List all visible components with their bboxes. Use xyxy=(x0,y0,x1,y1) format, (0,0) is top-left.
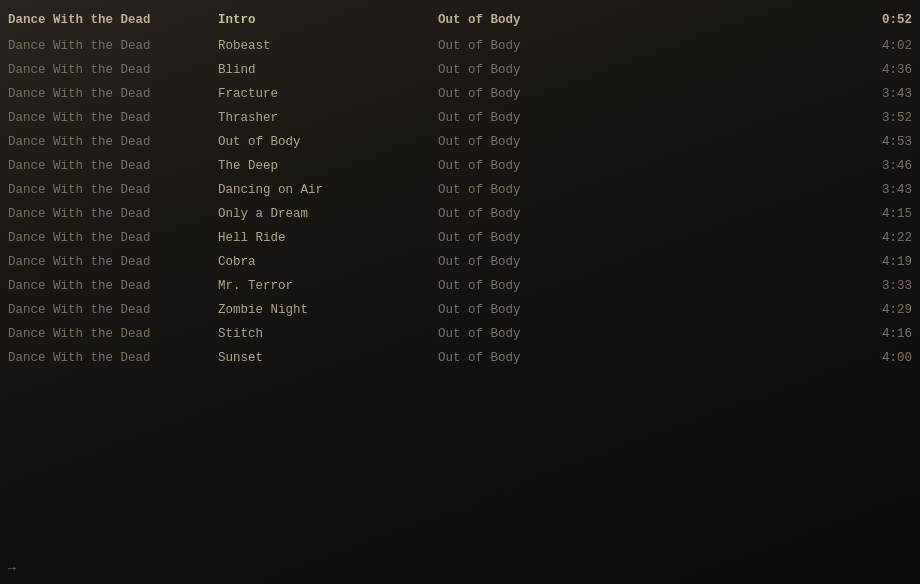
track-title: Out of Body xyxy=(218,132,438,152)
track-artist: Dance With the Dead xyxy=(8,36,218,56)
track-duration: 3:33 xyxy=(852,276,912,296)
track-title: Hell Ride xyxy=(218,228,438,248)
track-artist: Dance With the Dead xyxy=(8,300,218,320)
track-title: The Deep xyxy=(218,156,438,176)
track-title: Sunset xyxy=(218,348,438,368)
track-album: Out of Body xyxy=(438,204,852,224)
track-artist: Dance With the Dead xyxy=(8,252,218,272)
arrow-indicator: → xyxy=(8,561,16,576)
track-duration: 3:43 xyxy=(852,84,912,104)
track-artist: Dance With the Dead xyxy=(8,180,218,200)
track-artist: Dance With the Dead xyxy=(8,156,218,176)
track-artist: Dance With the Dead xyxy=(8,324,218,344)
track-album: Out of Body xyxy=(438,60,852,80)
track-duration: 4:00 xyxy=(852,348,912,368)
track-album: Out of Body xyxy=(438,324,852,344)
track-list: Dance With the Dead Intro Out of Body 0:… xyxy=(0,0,920,378)
track-artist: Dance With the Dead xyxy=(8,276,218,296)
track-duration: 3:52 xyxy=(852,108,912,128)
track-duration: 4:02 xyxy=(852,36,912,56)
track-title: Blind xyxy=(218,60,438,80)
track-title: Fracture xyxy=(218,84,438,104)
track-duration: 3:46 xyxy=(852,156,912,176)
track-artist: Dance With the Dead xyxy=(8,60,218,80)
header-album: Out of Body xyxy=(438,10,852,30)
track-album: Out of Body xyxy=(438,36,852,56)
table-row[interactable]: Dance With the DeadSunsetOut of Body4:00 xyxy=(0,346,920,370)
table-row[interactable]: Dance With the DeadHell RideOut of Body4… xyxy=(0,226,920,250)
track-album: Out of Body xyxy=(438,276,852,296)
track-album: Out of Body xyxy=(438,300,852,320)
track-duration: 4:15 xyxy=(852,204,912,224)
track-duration: 4:29 xyxy=(852,300,912,320)
track-duration: 4:22 xyxy=(852,228,912,248)
header-title: Intro xyxy=(218,10,438,30)
track-artist: Dance With the Dead xyxy=(8,204,218,224)
track-title: Stitch xyxy=(218,324,438,344)
track-album: Out of Body xyxy=(438,180,852,200)
table-row[interactable]: Dance With the DeadDancing on AirOut of … xyxy=(0,178,920,202)
table-row[interactable]: Dance With the DeadOut of BodyOut of Bod… xyxy=(0,130,920,154)
track-album: Out of Body xyxy=(438,108,852,128)
track-duration: 4:19 xyxy=(852,252,912,272)
track-rows-container: Dance With the DeadRobeastOut of Body4:0… xyxy=(0,34,920,370)
table-row[interactable]: Dance With the DeadMr. TerrorOut of Body… xyxy=(0,274,920,298)
track-duration: 4:53 xyxy=(852,132,912,152)
track-artist: Dance With the Dead xyxy=(8,108,218,128)
track-artist: Dance With the Dead xyxy=(8,348,218,368)
track-title: Dancing on Air xyxy=(218,180,438,200)
track-title: Mr. Terror xyxy=(218,276,438,296)
table-row[interactable]: Dance With the DeadBlindOut of Body4:36 xyxy=(0,58,920,82)
table-row[interactable]: Dance With the DeadFractureOut of Body3:… xyxy=(0,82,920,106)
table-row[interactable]: Dance With the DeadRobeastOut of Body4:0… xyxy=(0,34,920,58)
track-title: Robeast xyxy=(218,36,438,56)
table-header: Dance With the Dead Intro Out of Body 0:… xyxy=(0,8,920,32)
track-album: Out of Body xyxy=(438,252,852,272)
track-title: Zombie Night xyxy=(218,300,438,320)
track-album: Out of Body xyxy=(438,84,852,104)
table-row[interactable]: Dance With the DeadThe DeepOut of Body3:… xyxy=(0,154,920,178)
track-duration: 4:36 xyxy=(852,60,912,80)
track-duration: 4:16 xyxy=(852,324,912,344)
header-duration: 0:52 xyxy=(852,10,912,30)
table-row[interactable]: Dance With the DeadOnly a DreamOut of Bo… xyxy=(0,202,920,226)
table-row[interactable]: Dance With the DeadZombie NightOut of Bo… xyxy=(0,298,920,322)
track-album: Out of Body xyxy=(438,156,852,176)
table-row[interactable]: Dance With the DeadThrasherOut of Body3:… xyxy=(0,106,920,130)
track-title: Thrasher xyxy=(218,108,438,128)
table-row[interactable]: Dance With the DeadStitchOut of Body4:16 xyxy=(0,322,920,346)
track-title: Only a Dream xyxy=(218,204,438,224)
table-row[interactable]: Dance With the DeadCobraOut of Body4:19 xyxy=(0,250,920,274)
track-album: Out of Body xyxy=(438,228,852,248)
track-duration: 3:43 xyxy=(852,180,912,200)
track-artist: Dance With the Dead xyxy=(8,132,218,152)
track-album: Out of Body xyxy=(438,348,852,368)
track-artist: Dance With the Dead xyxy=(8,84,218,104)
header-artist: Dance With the Dead xyxy=(8,10,218,30)
track-artist: Dance With the Dead xyxy=(8,228,218,248)
track-title: Cobra xyxy=(218,252,438,272)
track-album: Out of Body xyxy=(438,132,852,152)
